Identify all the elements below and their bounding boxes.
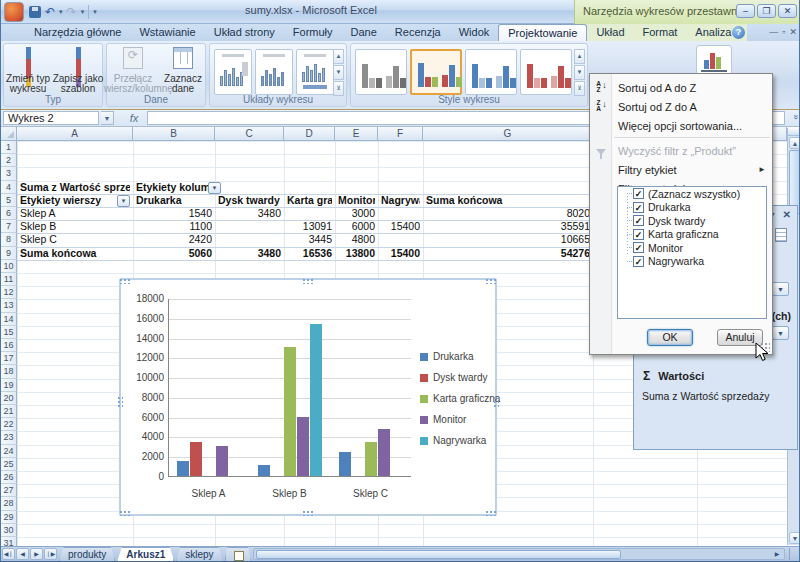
pane-combo-icon[interactable]: ▼ xyxy=(772,326,789,340)
column-header-G[interactable]: G xyxy=(423,127,593,141)
chart-legend[interactable]: DrukarkaDysk twardyKarta graficznaMonito… xyxy=(420,346,500,451)
checkbox-icon[interactable]: ✓ xyxy=(633,215,644,226)
column-labels-filter-icon[interactable]: ▼ xyxy=(208,182,221,194)
horizontal-scrollbar[interactable]: ▶ xyxy=(253,548,785,560)
move-chart-button[interactable] xyxy=(696,45,732,75)
pivot-value-cell[interactable]: 8020 xyxy=(426,207,590,220)
menu-item-filtry-etykiet[interactable]: Filtry etykiet► xyxy=(590,160,772,179)
scroll-right-icon[interactable]: ▶ xyxy=(771,550,783,559)
filter-checklist-item[interactable]: ✓(Zaznacz wszystko) xyxy=(618,187,766,201)
pivot-column-header[interactable]: Drukarka xyxy=(136,194,212,207)
chart-layout-thumbnail[interactable] xyxy=(296,49,334,95)
checkbox-icon[interactable]: ✓ xyxy=(633,242,644,253)
horizontal-scroll-thumb[interactable] xyxy=(256,550,621,559)
layout-gallery-scroll[interactable]: ▲▼⊻ xyxy=(333,49,344,95)
row-header-13[interactable]: 13 xyxy=(1,299,17,312)
row-labels-filter-icon[interactable]: ▼ xyxy=(117,195,130,207)
row-header-28[interactable]: 28 xyxy=(1,497,17,510)
chart-resize-handle[interactable] xyxy=(119,278,131,284)
pivot-row-label[interactable]: Sklep C xyxy=(20,233,130,246)
first-sheet-icon[interactable]: ◀❘ xyxy=(2,548,15,560)
pivot-value-cell[interactable]: 35591 xyxy=(426,220,590,233)
pivot-value-cell[interactable]: 6000 xyxy=(338,220,375,233)
filter-checklist-item[interactable]: ✓Nagrywarka xyxy=(618,255,766,269)
row-header-15[interactable]: 15 xyxy=(1,326,17,339)
filter-checklist-item[interactable]: ✓Dysk twardy xyxy=(618,214,766,228)
row-header-23[interactable]: 23 xyxy=(1,431,17,444)
expand-formula-bar-icon[interactable]: » xyxy=(790,114,800,119)
pivot-title-cell[interactable]: Suma z Wartość sprzedaży xyxy=(20,181,130,194)
bar-dysk-twardy[interactable] xyxy=(190,442,202,476)
pivot-value-cell[interactable]: 1100 xyxy=(136,220,212,233)
chart-resize-handle[interactable] xyxy=(302,510,314,516)
checkbox-icon[interactable]: ✓ xyxy=(633,202,644,213)
bar-drukarka[interactable] xyxy=(339,452,351,476)
bar-monitor[interactable] xyxy=(216,446,228,476)
split-handle[interactable] xyxy=(788,128,800,136)
insert-worksheet-tab[interactable] xyxy=(225,547,251,561)
menu-item-sortuj-od-a-do-z[interactable]: AZSortuj od A do Z xyxy=(590,78,772,97)
row-header-21[interactable]: 21 xyxy=(1,405,17,418)
tab-formuły[interactable]: Formuły xyxy=(284,24,342,41)
redo-icon[interactable]: ↷ xyxy=(67,6,77,18)
sheet-tab-sklepy[interactable]: sklepy xyxy=(176,547,222,561)
last-sheet-icon[interactable]: ❘▶ xyxy=(44,548,57,560)
checkbox-icon[interactable]: ✓ xyxy=(633,256,644,267)
pane-combo-icon[interactable]: ▼ xyxy=(772,282,789,296)
chart-style-thumbnail-selected[interactable] xyxy=(410,49,462,95)
row-header-2[interactable]: 2 xyxy=(1,154,17,167)
pivot-row-labels-cell[interactable]: Etykiety wierszy xyxy=(20,194,130,207)
menu-item-wyczy-filtr-z-produkt-[interactable]: Wyczyść filtr z „Produkt” xyxy=(590,141,772,160)
row-header-1[interactable]: 1 xyxy=(1,141,17,154)
column-header-D[interactable]: D xyxy=(284,127,335,141)
save-as-template-button[interactable]: Zapisz jako szablon xyxy=(52,47,104,94)
row-header-31[interactable]: 31 xyxy=(1,537,17,546)
chart-resize-handle[interactable] xyxy=(485,278,497,284)
pivot-value-cell[interactable]: 2420 xyxy=(136,233,212,246)
row-header-7[interactable]: 7 xyxy=(1,220,17,233)
restore-button[interactable]: ❐ xyxy=(757,4,776,18)
select-all-corner[interactable] xyxy=(1,127,17,141)
scroll-down-icon[interactable]: ▼ xyxy=(789,532,800,544)
row-header-17[interactable]: 17 xyxy=(1,352,17,365)
pivot-column-header[interactable]: Karta graficzna xyxy=(287,194,332,207)
row-header-22[interactable]: 22 xyxy=(1,418,17,431)
pivot-value-cell[interactable]: 10665 xyxy=(426,233,590,246)
row-header-25[interactable]: 25 xyxy=(1,458,17,471)
save-icon[interactable] xyxy=(29,6,41,18)
doc-restore-icon[interactable]: ▫ xyxy=(782,27,785,38)
pivot-value-cell[interactable]: 1540 xyxy=(136,207,212,220)
checkbox-icon[interactable]: ✓ xyxy=(633,188,644,199)
tab-widok[interactable]: Widok xyxy=(450,24,499,41)
row-header-3[interactable]: 3 xyxy=(1,167,17,180)
qat-customize-icon[interactable]: ▾ xyxy=(93,8,97,16)
pivot-value-cell[interactable]: 4800 xyxy=(338,233,375,246)
doc-close-icon[interactable]: ✕ xyxy=(789,27,797,38)
sheet-tab-produkty[interactable]: produkty xyxy=(59,547,115,561)
pivot-value-cell[interactable]: 3480 xyxy=(218,207,281,220)
prev-sheet-icon[interactable]: ◀ xyxy=(16,548,29,560)
bar-monitor[interactable] xyxy=(378,429,390,476)
bar-nagrywarka[interactable] xyxy=(310,324,322,476)
pivot-row-label[interactable]: Sklep B xyxy=(20,220,130,233)
chart-resize-handle[interactable] xyxy=(493,396,499,408)
pivot-column-header[interactable]: Dysk twardy xyxy=(218,194,281,207)
chart-style-thumbnail[interactable] xyxy=(355,49,407,95)
tab-format[interactable]: Format xyxy=(634,24,687,41)
row-header-10[interactable]: 10 xyxy=(1,260,17,273)
pane-close-icon[interactable]: ✕ xyxy=(783,209,791,220)
tab-układ-strony[interactable]: Układ strony xyxy=(205,24,284,41)
ok-button[interactable]: OK xyxy=(647,329,693,346)
row-header-30[interactable]: 30 xyxy=(1,524,17,537)
tab-recenzja[interactable]: Recenzja xyxy=(386,24,450,41)
pivot-chart[interactable]: 0200040006000800010000120001400016000180… xyxy=(119,278,497,516)
row-header-26[interactable]: 26 xyxy=(1,471,17,484)
row-header-4[interactable]: 4 xyxy=(1,181,17,194)
pivot-value-cell[interactable]: 13800 xyxy=(338,247,375,260)
pivot-value-cell[interactable]: 3480 xyxy=(218,247,281,260)
sheet-tab-arkusz1[interactable]: Arkusz1 xyxy=(117,547,174,561)
bar-drukarka[interactable] xyxy=(258,465,270,476)
pivot-value-cell[interactable]: 16536 xyxy=(287,247,332,260)
undo-icon[interactable]: ↶ xyxy=(45,6,55,18)
pivot-column-header[interactable]: Nagrywarka xyxy=(381,194,420,207)
